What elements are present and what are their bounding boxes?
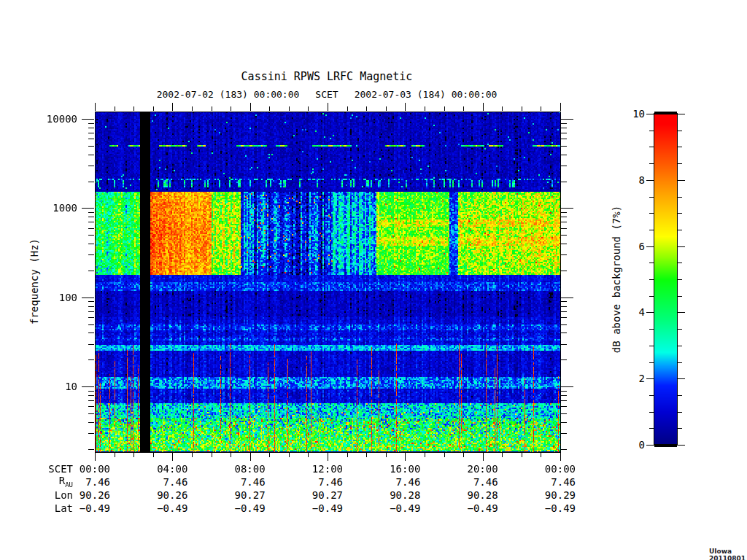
ephemeris-value: 90.26 [157, 490, 187, 500]
colorbar-tick-label: 6 [639, 241, 645, 252]
ephemeris-value: −0.49 [468, 503, 498, 513]
colorbar-tick-label: 4 [639, 307, 645, 317]
ephemeris-value: 90.28 [468, 490, 498, 500]
ephemeris-value: −0.49 [545, 503, 576, 513]
ephemeris-row-label: Lon [55, 490, 73, 500]
ephemeris-row-label: SCET [48, 464, 73, 474]
ephemeris-value: 7.46 [85, 477, 110, 487]
ephemeris-value: −0.49 [312, 503, 343, 513]
ephemeris-value: 7.46 [473, 477, 498, 487]
figure: Cassini RPWS LRFC Magnetic 2002-07-02 (1… [0, 0, 747, 560]
colorbar-canvas [646, 111, 685, 448]
ephemeris-value: 7.46 [396, 477, 421, 487]
ephemeris-value: 90.27 [235, 490, 266, 500]
ephemeris-value: 7.46 [551, 477, 576, 487]
plot-subtitle: 2002-07-02 (183) 00:00:00SCET2002-07-03 … [157, 89, 498, 100]
y-tick-label: 100 [59, 292, 77, 303]
ephemeris-value: −0.49 [157, 503, 187, 513]
ephemeris-value: 90.26 [80, 490, 110, 500]
ephemeris-value: 7.46 [318, 477, 343, 487]
x-tick-label: 12:00 [312, 464, 343, 474]
x-tick-label: 16:00 [390, 464, 420, 474]
y-tick-label: 10000 [47, 114, 77, 124]
colorbar-tick-label: 10 [632, 109, 645, 119]
ephemeris-value: −0.49 [235, 503, 266, 513]
ephemeris-value: 90.28 [390, 490, 420, 500]
colorbar-label: dB above background (7%) [611, 206, 622, 353]
y-tick-label: 10 [65, 381, 77, 392]
ephemeris-value: 7.46 [241, 477, 266, 487]
x-tick-label: 00:00 [545, 464, 576, 474]
x-tick-label: 00:00 [80, 464, 110, 474]
x-tick-label: 20:00 [468, 464, 498, 474]
ephemeris-value: 90.27 [312, 490, 343, 500]
ephemeris-value: −0.49 [390, 503, 420, 513]
spectrogram-canvas [69, 101, 576, 469]
x-tick-label: 04:00 [157, 464, 187, 474]
ephemeris-value: 7.46 [163, 477, 188, 487]
subtitle-end-time: 2002-07-03 (184) 00:00:00 [355, 89, 498, 100]
ephemeris-row-label: Lat [55, 503, 73, 513]
x-tick-label: 08:00 [235, 464, 266, 474]
colorbar-tick-label: 2 [639, 373, 645, 384]
colorbar-tick-label: 0 [639, 440, 645, 450]
subtitle-start-time: 2002-07-02 (183) 00:00:00 [157, 89, 300, 100]
colorbar-tick-label: 8 [639, 175, 645, 185]
y-axis-label: frequency (Hz) [29, 238, 39, 324]
page-title: Cassini RPWS LRFC Magnetic [241, 70, 413, 83]
ephemeris-value: 90.29 [545, 490, 576, 500]
subtitle-scet-label: SCET [315, 89, 338, 100]
ephemeris-row-label-sub: AU [65, 481, 73, 489]
ephemeris-value: −0.49 [80, 503, 110, 513]
ephemeris-row-label: RAU [59, 475, 73, 489]
version-stamp: UIowa 20110801 [709, 548, 746, 560]
y-tick-label: 1000 [53, 203, 77, 213]
